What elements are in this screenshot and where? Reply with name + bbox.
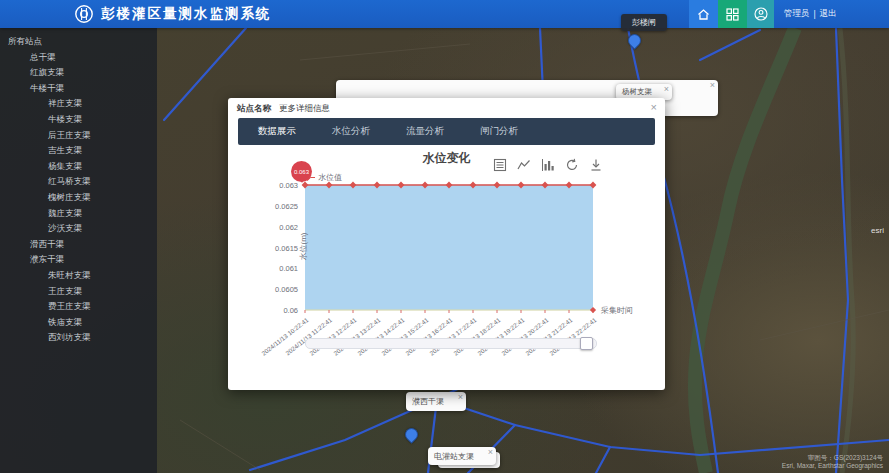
chart-toolbox	[493, 158, 603, 172]
y-axis-tick: 0.06	[283, 306, 298, 315]
sidebar: 所有站点总干渠红旗支渠牛楼干渠祥庄支渠牛楼支渠后王庄支渠吉生支渠杨集支渠红马桥支…	[0, 28, 157, 473]
admin-label[interactable]: 管理员	[784, 8, 810, 20]
map-popup-bottom2[interactable]: 电灌站支渠 ×	[428, 447, 496, 465]
logout-link[interactable]: 退出	[820, 8, 837, 20]
home-icon	[697, 8, 710, 21]
bar-chart-icon[interactable]	[541, 158, 555, 172]
esri-watermark: esri	[871, 226, 884, 235]
sidebar-item[interactable]: 后王庄支渠	[0, 128, 157, 144]
data-view-icon[interactable]	[493, 158, 507, 172]
header-bar: 彭楼灌区量测水监测系统 管理员 | 退出	[0, 0, 889, 28]
close-icon[interactable]: ×	[710, 81, 715, 90]
max-value-marker: 0.063	[291, 161, 312, 182]
sidebar-item[interactable]: 费王庄支渠	[0, 299, 157, 315]
sidebar-item[interactable]: 铁庙支渠	[0, 315, 157, 331]
y-axis-tick: 0.061	[279, 264, 298, 273]
datazoom-slider[interactable]	[305, 338, 597, 349]
close-icon[interactable]: ×	[488, 448, 493, 457]
station-detail-dialog: 站点名称更多详细信息 × 数据展示 水位分析 流量分析 闸门分析 水位变化	[228, 98, 665, 390]
app-title: 彭楼灌区量测水监测系统	[101, 5, 272, 23]
close-icon[interactable]: ×	[458, 393, 463, 402]
sidebar-item[interactable]: 吉生支渠	[0, 143, 157, 159]
sidebar-item[interactable]: 西刘坊支渠	[0, 330, 157, 346]
x-axis-name: 采集时间	[601, 305, 633, 316]
sidebar-item[interactable]: 总干渠	[0, 50, 157, 66]
sidebar-item[interactable]: 滑西干渠	[0, 237, 157, 253]
legend-label: 水位值	[318, 172, 342, 183]
dialog-close-icon[interactable]: ×	[651, 101, 657, 113]
y-axis-name: 水位(m)	[298, 187, 309, 307]
datazoom-handle[interactable]	[580, 337, 593, 350]
sidebar-item[interactable]: 濮东干渠	[0, 252, 157, 268]
line-chart-icon[interactable]	[517, 158, 531, 172]
map-popup-bottom1[interactable]: 濮西干渠 ×	[406, 392, 466, 411]
app-logo-icon	[74, 4, 94, 24]
sidebar-item[interactable]: 牛楼干渠	[0, 81, 157, 97]
map-attribution: 审图号：GS(2023)3124号 Esri, Maxar, Earthstar…	[782, 454, 883, 470]
tab-water-level[interactable]: 水位分析	[332, 125, 370, 138]
home-button[interactable]	[689, 0, 718, 28]
y-axis-tick: 0.063	[279, 181, 298, 190]
sidebar-item[interactable]: 槐树庄支渠	[0, 190, 157, 206]
water-level-chart[interactable]: 0.063 水位(m) 采集时间 0.060.06050.0610.06150.…	[305, 185, 593, 310]
map-popup-right-label: 杨树支渠	[622, 87, 652, 97]
tab-flow[interactable]: 流量分析	[406, 125, 444, 138]
sidebar-item[interactable]: 朱旺村支渠	[0, 268, 157, 284]
map-popup-bottom2-label: 电灌站支渠	[434, 451, 474, 462]
restore-icon[interactable]	[565, 158, 579, 172]
sidebar-item[interactable]: 红旗支渠	[0, 65, 157, 81]
sidebar-item[interactable]: 红马桥支渠	[0, 174, 157, 190]
station-tree: 所有站点总干渠红旗支渠牛楼干渠祥庄支渠牛楼支渠后王庄支渠吉生支渠杨集支渠红马桥支…	[0, 34, 157, 346]
sidebar-item[interactable]: 王庄支渠	[0, 284, 157, 300]
admin-area: 管理员 | 退出	[784, 0, 837, 28]
sidebar-item[interactable]: 牛楼支渠	[0, 112, 157, 128]
sidebar-item[interactable]: 所有站点	[0, 34, 157, 50]
sidebar-item[interactable]: 魏庄支渠	[0, 206, 157, 222]
grid-icon	[726, 8, 739, 21]
apps-grid-button[interactable]	[718, 0, 747, 28]
download-icon[interactable]	[589, 158, 603, 172]
dialog-tabbar: 数据展示 水位分析 流量分析 闸门分析	[238, 118, 655, 145]
sidebar-item[interactable]: 沙沃支渠	[0, 221, 157, 237]
y-axis-tick: 0.0615	[275, 244, 298, 253]
map-station-label[interactable]: 彭楼闸	[621, 14, 667, 31]
dialog-title: 站点名称更多详细信息	[237, 103, 330, 115]
close-icon[interactable]: ×	[664, 85, 669, 94]
tab-data-display[interactable]: 数据展示	[258, 125, 296, 138]
sidebar-item[interactable]: 杨集支渠	[0, 159, 157, 175]
y-axis-tick: 0.0605	[275, 285, 298, 294]
y-axis-tick: 0.062	[279, 223, 298, 232]
y-axis-tick: 0.0625	[275, 202, 298, 211]
tab-gate[interactable]: 闸门分析	[480, 125, 518, 138]
sidebar-item[interactable]: 祥庄支渠	[0, 96, 157, 112]
app-window: 富春支渠 × 杨树支渠 × 濮西干渠 × 电灌站支渠 × esri 审图号：GS…	[0, 0, 889, 473]
map-popup-bottom1-label: 濮西干渠	[412, 396, 444, 407]
user-icon	[754, 7, 768, 21]
user-button[interactable]	[747, 0, 774, 28]
